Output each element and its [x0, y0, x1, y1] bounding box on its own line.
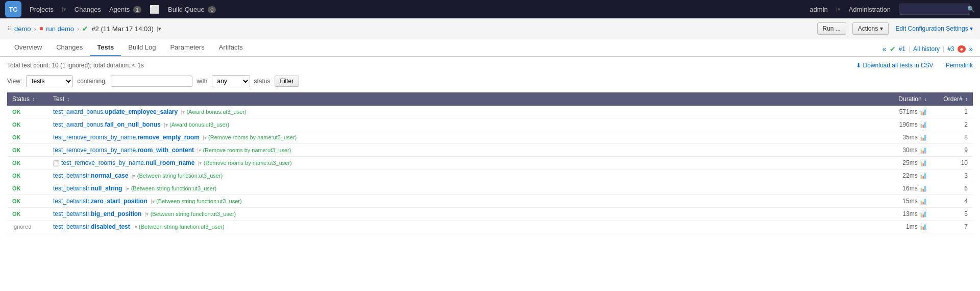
duration-graph-icon[interactable]: 📊	[919, 185, 927, 192]
nav-user[interactable]: admin	[810, 6, 827, 13]
duration-graph-icon[interactable]: 📊	[919, 108, 927, 115]
test-status: OK	[12, 160, 21, 166]
breadcrumb-demo[interactable]: demo	[14, 25, 31, 33]
tab-tests[interactable]: Tests	[90, 39, 121, 56]
test-status: OK	[12, 134, 21, 140]
col-order[interactable]: Order# ↕	[932, 92, 973, 106]
test-name-link[interactable]: test_betwnstr.big_end_position	[53, 210, 141, 217]
tab-build-log[interactable]: Build Log	[121, 39, 163, 56]
tab-overview[interactable]: Overview	[7, 39, 49, 56]
nav-build-queue[interactable]: Build Queue 0	[168, 6, 216, 13]
nav-agents[interactable]: Agents 1	[109, 6, 141, 13]
view-select[interactable]: testsall testsfailed tests	[26, 75, 73, 87]
test-status: OK	[12, 173, 21, 179]
test-name-link[interactable]: test_award_bonus.update_employee_salary	[53, 108, 178, 115]
checkbox-icon[interactable]: ☐	[53, 160, 59, 166]
breadcrumb-bar: ⠿ demo › ■ run demo › ✔ #2 (11 Mar 17 14…	[0, 18, 980, 39]
nav-projects[interactable]: Projects	[30, 6, 54, 13]
test-name-link[interactable]: test_betwnstr.normal_case	[53, 172, 128, 179]
test-name-link[interactable]: test_betwnstr.null_string	[53, 185, 122, 192]
global-search-input[interactable]	[899, 4, 970, 15]
tab-changes[interactable]: Changes	[49, 39, 90, 56]
build-check-icon: ✔	[82, 25, 88, 33]
nav-administration[interactable]: Administration	[849, 6, 891, 13]
containing-input[interactable]	[111, 76, 192, 87]
duration-graph-icon[interactable]: 📊	[919, 210, 927, 217]
duration-graph-icon[interactable]: 📊	[919, 198, 927, 205]
duration-graph-icon[interactable]: 📊	[919, 159, 927, 166]
test-dropdown-icon[interactable]: |▾	[133, 224, 137, 230]
test-order: 6	[932, 182, 973, 195]
test-dropdown-icon[interactable]: |▾	[197, 148, 201, 153]
test-name-link[interactable]: test_betwnstr.disabled_test	[53, 223, 130, 230]
current-build-link[interactable]: #1	[899, 45, 905, 53]
filter-button[interactable]: Filter	[275, 76, 300, 87]
test-name-link[interactable]: test_remove_rooms_by_name.null_room_name	[61, 159, 194, 166]
duration-graph-icon[interactable]: 📊	[919, 134, 927, 141]
test-duration: 16ms 📊	[871, 182, 932, 195]
build-status-icon: ■	[39, 25, 43, 32]
test-dropdown-icon[interactable]: |▾	[181, 109, 185, 115]
test-name-link[interactable]: test_remove_rooms_by_name.remove_empty_r…	[53, 134, 200, 141]
test-dropdown-icon[interactable]: |▾	[145, 211, 149, 217]
test-suite-link[interactable]: (Remove rooms by name:ut3_user)	[208, 134, 297, 140]
top-navigation: TC Projects |▾ Changes Agents 1 ⬜ Build …	[0, 0, 980, 18]
tab-parameters[interactable]: Parameters	[163, 39, 211, 56]
col-duration[interactable]: Duration ↓	[871, 92, 932, 106]
grid-icon: ⠿	[7, 26, 11, 32]
duration-graph-icon[interactable]: 📊	[919, 147, 927, 154]
test-suite-link[interactable]: (Remove rooms by name:ut3_user)	[203, 147, 291, 153]
test-dropdown-icon[interactable]: |▾	[198, 160, 202, 166]
with-label: with	[197, 78, 207, 85]
test-name-link[interactable]: test_remove_rooms_by_name.room_with_cont…	[53, 147, 194, 154]
test-suite-link[interactable]: (Between string function:ut3_user)	[151, 211, 236, 217]
test-suite-link[interactable]: (Remove rooms by name:ut3_user)	[204, 160, 292, 166]
duration-graph-icon[interactable]: 📊	[919, 223, 927, 230]
test-dropdown-icon[interactable]: |▾	[151, 199, 155, 204]
test-suite-link[interactable]: (Between string function:ut3_user)	[137, 173, 223, 179]
edit-configuration-link[interactable]: Edit Configuration Settings ▾	[896, 25, 973, 32]
test-duration: 15ms 📊	[871, 195, 932, 208]
nav-changes[interactable]: Changes	[75, 6, 101, 13]
permalink-link[interactable]: Permalink	[946, 62, 973, 69]
test-summary: Total test count: 10 (1 ignored); total …	[7, 62, 144, 69]
test-dropdown-icon[interactable]: |▾	[164, 122, 168, 128]
duration-graph-icon[interactable]: 📊	[919, 172, 927, 179]
status-select[interactable]: anypassedfailedignored	[212, 75, 250, 87]
filter-bar: View: testsall testsfailed tests contain…	[7, 75, 973, 87]
table-row: OK☐test_remove_rooms_by_name.null_room_n…	[7, 157, 973, 169]
test-status: OK	[12, 211, 21, 217]
teamcity-logo: TC	[5, 1, 21, 17]
col-status[interactable]: Status ↕	[7, 92, 48, 106]
test-suite-link[interactable]: (Between string function:ut3_user)	[131, 185, 217, 191]
run-button[interactable]: Run ...	[817, 22, 846, 35]
table-row: OKtest_award_bonus.update_employee_salar…	[7, 106, 973, 118]
duration-graph-icon[interactable]: 📊	[919, 121, 927, 128]
test-name-link[interactable]: test_betwnstr.zero_start_position	[53, 198, 148, 205]
test-dropdown-icon[interactable]: |▾	[203, 135, 207, 140]
download-tests-link[interactable]: ⬇ Download all tests in CSV	[856, 62, 933, 69]
test-suite-link[interactable]: (Award bonus:ut3_user)	[186, 109, 246, 115]
next-build-link[interactable]: #3	[947, 45, 954, 53]
test-suite-link[interactable]: (Between string function:ut3_user)	[139, 224, 225, 230]
next-build-arrow[interactable]: »	[969, 45, 973, 53]
test-duration: 22ms 📊	[871, 169, 932, 182]
search-icon[interactable]: 🔍	[967, 6, 975, 13]
test-dropdown-icon[interactable]: |▾	[126, 186, 130, 191]
build-queue-badge: 0	[208, 6, 216, 13]
col-test[interactable]: Test ↕	[48, 92, 871, 106]
breadcrumb-run-demo[interactable]: run demo	[46, 25, 74, 33]
test-suite-link[interactable]: (Between string function:ut3_user)	[156, 198, 242, 204]
tab-artifacts[interactable]: Artifacts	[212, 39, 250, 56]
all-history-link[interactable]: All history	[913, 45, 940, 53]
test-status: Ignored	[12, 224, 31, 230]
test-dropdown-icon[interactable]: |▾	[132, 173, 136, 179]
table-row: OKtest_betwnstr.zero_start_position |▾ (…	[7, 195, 973, 208]
test-suite-link[interactable]: (Award bonus:ut3_user)	[169, 122, 229, 128]
test-name-link[interactable]: test_award_bonus.fail_on_null_bonus	[53, 121, 161, 128]
breadcrumb-dropdown[interactable]: |▾	[157, 26, 161, 32]
agents-badge: 1	[133, 6, 141, 13]
table-header-row: Status ↕ Test ↕ Duration ↓ Order# ↕	[7, 92, 973, 106]
prev-build-arrow[interactable]: «	[883, 45, 887, 53]
actions-button[interactable]: Actions ▾	[852, 22, 889, 35]
